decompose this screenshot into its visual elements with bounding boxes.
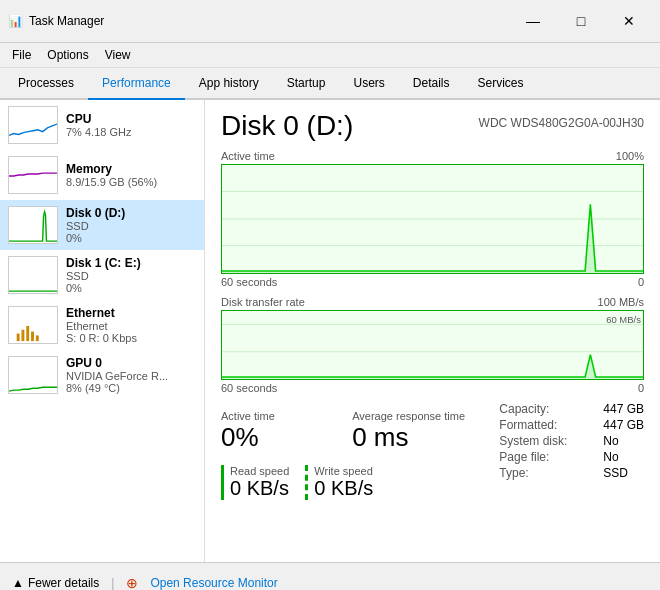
footer-separator: |	[111, 576, 114, 590]
tab-app-history[interactable]: App history	[185, 68, 273, 100]
disk0-val: 0%	[66, 232, 196, 244]
fewer-details-label: Fewer details	[28, 576, 99, 590]
open-resource-monitor-link[interactable]: Open Resource Monitor	[150, 576, 277, 590]
disk-model: WDC WDS480G2G0A-00JH30	[479, 116, 644, 130]
tab-processes[interactable]: Processes	[4, 68, 88, 100]
memory-info: Memory 8.9/15.9 GB (56%)	[66, 162, 196, 188]
tab-performance[interactable]: Performance	[88, 68, 185, 100]
svg-rect-4	[17, 334, 20, 342]
chart1-label-row: Active time 100%	[221, 150, 644, 162]
sidebar-item-disk1[interactable]: Disk 1 (C: E:) SSD 0%	[0, 250, 204, 300]
sidebar-item-gpu[interactable]: GPU 0 NVIDIA GeForce R... 8% (49 °C)	[0, 350, 204, 400]
active-time-chart	[221, 164, 644, 274]
read-speed-block: Read speed 0 KB/s	[221, 465, 289, 500]
ethernet-stats: S: 0 R: 0 Kbps	[66, 332, 196, 344]
window-controls: — □ ✕	[510, 6, 652, 36]
chart2-left-label: Disk transfer rate	[221, 296, 305, 308]
system-disk-row: System disk: No	[499, 434, 644, 448]
gpu-stats: 8% (49 °C)	[66, 382, 196, 394]
chart2-time-right: 0	[638, 382, 644, 394]
close-button[interactable]: ✕	[606, 6, 652, 36]
gpu-label: GPU 0	[66, 356, 196, 370]
disk1-thumbnail	[8, 256, 58, 294]
content-area: Disk 0 (D:) WDC WDS480G2G0A-00JH30 Activ…	[205, 100, 660, 562]
svg-rect-2	[9, 257, 57, 293]
ethernet-info: Ethernet Ethernet S: 0 R: 0 Kbps	[66, 306, 196, 344]
monitor-icon: ⊕	[126, 575, 138, 591]
sidebar-item-disk0[interactable]: Disk 0 (D:) SSD 0%	[0, 200, 204, 250]
chart2-time-row: 60 seconds 0	[221, 382, 644, 394]
chart1-time-left: 60 seconds	[221, 276, 277, 288]
sidebar-item-ethernet[interactable]: Ethernet Ethernet S: 0 R: 0 Kbps	[0, 300, 204, 350]
write-speed-value: 0 KB/s	[314, 477, 373, 500]
memory-stats: 8.9/15.9 GB (56%)	[66, 176, 196, 188]
sidebar: CPU 7% 4.18 GHz Memory 8.9/15.9 GB (56%)	[0, 100, 205, 562]
transfer-rate-chart-section: Disk transfer rate 100 MB/s 60 MB/s 60 s…	[221, 296, 644, 394]
fewer-details-button[interactable]: ▲ Fewer details	[12, 576, 99, 590]
chart1-time-row: 60 seconds 0	[221, 276, 644, 288]
active-time-label: Active time	[221, 410, 336, 422]
read-speed-label: Read speed	[230, 465, 289, 477]
svg-rect-5	[21, 330, 24, 341]
menu-bar: File Options View	[0, 43, 660, 68]
sidebar-item-memory[interactable]: Memory 8.9/15.9 GB (56%)	[0, 150, 204, 200]
cpu-thumbnail	[8, 106, 58, 144]
cpu-stats: 7% 4.18 GHz	[66, 126, 196, 138]
menu-file[interactable]: File	[4, 45, 39, 65]
system-disk-key: System disk:	[499, 434, 599, 448]
system-disk-val: No	[603, 434, 618, 448]
chart1-right-label: 100%	[616, 150, 644, 162]
svg-rect-7	[31, 332, 34, 341]
svg-rect-6	[26, 326, 29, 341]
type-key: Type:	[499, 466, 599, 480]
write-speed-label: Write speed	[314, 465, 373, 477]
active-time-stat: Active time 0%	[221, 410, 336, 453]
memory-thumbnail	[8, 156, 58, 194]
maximize-button[interactable]: □	[558, 6, 604, 36]
cpu-info: CPU 7% 4.18 GHz	[66, 112, 196, 138]
memory-label: Memory	[66, 162, 196, 176]
disk1-label: Disk 1 (C: E:)	[66, 256, 196, 270]
type-val: SSD	[603, 466, 628, 480]
write-speed-block: Write speed 0 KB/s	[305, 465, 373, 500]
formatted-val: 447 GB	[603, 418, 644, 432]
svg-marker-17	[222, 355, 643, 379]
avg-response-label: Average response time	[352, 410, 467, 422]
tab-bar: Processes Performance App history Startu…	[0, 68, 660, 100]
disk0-type: SSD	[66, 220, 196, 232]
disk-info-table: Capacity: 447 GB Formatted: 447 GB Syste…	[499, 402, 644, 482]
page-file-row: Page file: No	[499, 450, 644, 464]
sidebar-item-cpu[interactable]: CPU 7% 4.18 GHz	[0, 100, 204, 150]
gpu-info: GPU 0 NVIDIA GeForce R... 8% (49 °C)	[66, 356, 196, 394]
svg-rect-8	[36, 335, 39, 341]
svg-text:60 MB/s: 60 MB/s	[606, 315, 641, 325]
read-speed-value: 0 KB/s	[230, 477, 289, 500]
active-time-value: 0%	[221, 422, 336, 453]
gpu-thumbnail	[8, 356, 58, 394]
formatted-key: Formatted:	[499, 418, 599, 432]
minimize-button[interactable]: —	[510, 6, 556, 36]
capacity-key: Capacity:	[499, 402, 599, 416]
footer: ▲ Fewer details | ⊕ Open Resource Monito…	[0, 562, 660, 590]
menu-options[interactable]: Options	[39, 45, 96, 65]
chart1-time-right: 0	[638, 276, 644, 288]
stats-block: Active time 0% Average response time 0 m…	[221, 402, 467, 500]
gpu-name: NVIDIA GeForce R...	[66, 370, 196, 382]
title-bar: 📊 Task Manager — □ ✕	[0, 0, 660, 43]
menu-view[interactable]: View	[97, 45, 139, 65]
tab-users[interactable]: Users	[339, 68, 398, 100]
chart1-left-label: Active time	[221, 150, 275, 162]
page-file-key: Page file:	[499, 450, 599, 464]
stats-row: Active time 0% Average response time 0 m…	[221, 410, 467, 453]
page-file-val: No	[603, 450, 618, 464]
tab-startup[interactable]: Startup	[273, 68, 340, 100]
tab-details[interactable]: Details	[399, 68, 464, 100]
disk0-thumbnail	[8, 206, 58, 244]
svg-rect-1	[9, 207, 57, 243]
tab-services[interactable]: Services	[464, 68, 538, 100]
capacity-val: 447 GB	[603, 402, 644, 416]
type-row: Type: SSD	[499, 466, 644, 480]
chevron-up-icon: ▲	[12, 576, 24, 590]
main-area: CPU 7% 4.18 GHz Memory 8.9/15.9 GB (56%)	[0, 100, 660, 562]
chart2-right-label: 100 MB/s	[598, 296, 644, 308]
